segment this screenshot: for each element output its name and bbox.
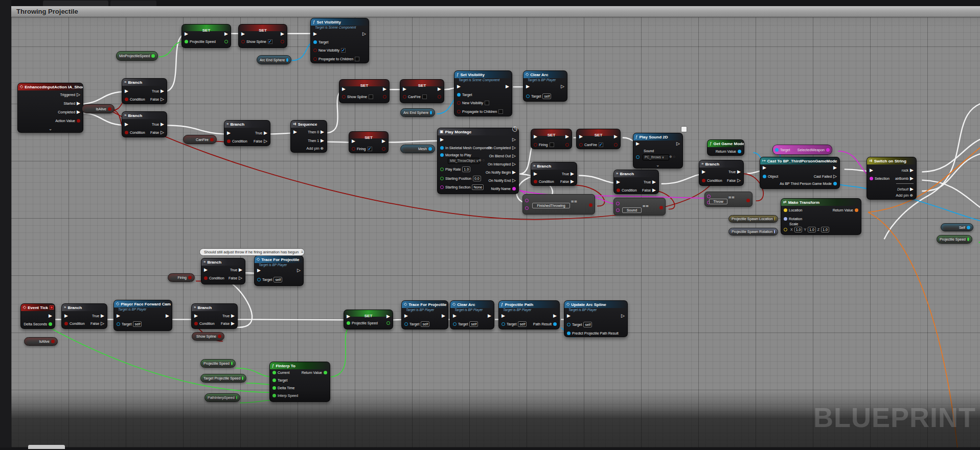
value-field[interactable]: self xyxy=(583,322,592,327)
path-interp-speed-output-pin[interactable] xyxy=(236,396,237,399)
branch-7[interactable]: »Branch▶Condition▶True▷False xyxy=(201,258,245,285)
checkbox-unchecked[interactable] xyxy=(550,143,554,147)
exec-pin[interactable]: ▶ xyxy=(571,179,574,183)
editor-tab[interactable] xyxy=(110,1,156,6)
cast-to-bp-thirdpersongamemode[interactable]: ↦Cast To BP_ThirdPersonGameMode▶Object▶▷… xyxy=(760,157,840,189)
branch-4[interactable]: »Branch▶Condition▶True▶False xyxy=(531,162,577,186)
set-visibility-1[interactable]: ƒSet VisibilityTarget is Scene Component… xyxy=(310,18,369,63)
branch-9[interactable]: »Branch▶Condition▶True▶False xyxy=(191,303,238,329)
value-field[interactable]: self xyxy=(274,277,282,282)
play-montage[interactable]: ▣Play Montage◷▶In Skeletal Mesh Componen… xyxy=(437,128,519,194)
bool-pin[interactable] xyxy=(383,95,386,99)
float-pin[interactable] xyxy=(272,371,276,374)
object-pin[interactable] xyxy=(404,322,408,326)
exec-pin[interactable]: ▷ xyxy=(561,84,564,88)
bool-pin[interactable] xyxy=(352,147,355,151)
asset-picker-icons[interactable]: ⊕ ◌ xyxy=(669,155,675,159)
exec-pin[interactable]: ▶ xyxy=(231,313,235,318)
exec-pin[interactable]: ▶ xyxy=(553,313,557,318)
projectile-speed-2-output-pin[interactable] xyxy=(967,238,969,241)
exec-pin[interactable]: ▶ xyxy=(383,86,386,91)
exec-pin[interactable]: ▶ xyxy=(161,88,164,93)
exec-pin[interactable]: ▶ xyxy=(403,86,406,91)
object-pin[interactable] xyxy=(440,153,444,157)
player-face-forward-cam[interactable]: ◇Player Face Forward CamTarget is BP Pla… xyxy=(113,300,172,331)
make-transform[interactable]: ⇄Make TransformLocationRotationReturn Va… xyxy=(781,198,861,235)
exec-pin[interactable]: ▶ xyxy=(571,171,574,176)
set-visibility-2[interactable]: ƒSet VisibilityTarget is Scene Component… xyxy=(454,70,512,116)
exec-pin[interactable]: ▶ xyxy=(313,31,317,36)
exec-pin[interactable]: ▷ xyxy=(512,153,516,158)
string-pin[interactable] xyxy=(870,177,873,180)
exec-pin[interactable]: ▶ xyxy=(438,86,441,91)
variable-pill-show-spline[interactable]: Show Spline xyxy=(192,332,224,341)
object-pin[interactable] xyxy=(453,322,457,326)
exec-pin[interactable]: ▷ xyxy=(297,268,301,272)
bool-pin[interactable] xyxy=(313,49,317,52)
comment-grip-icon[interactable]: ≡ xyxy=(301,250,304,254)
variable-pill-path-interp-speed[interactable]: PathInterpSpeed xyxy=(204,393,240,402)
exec-pin[interactable]: ▶ xyxy=(224,31,228,36)
exec-pin[interactable]: ▶ xyxy=(502,313,505,318)
exec-pin[interactable]: ▶ xyxy=(342,86,346,91)
string-pin[interactable] xyxy=(616,208,620,212)
exec-pin[interactable]: ▶ xyxy=(512,170,516,174)
exec-pin[interactable]: ▶ xyxy=(64,313,68,318)
string-pin[interactable] xyxy=(525,199,529,202)
bool-pin[interactable] xyxy=(702,179,705,182)
checkbox-unchecked[interactable] xyxy=(498,109,503,114)
set-show-spline-2[interactable]: SET▶Show Spline▶ xyxy=(339,79,390,103)
variable-pill-target-projectile-speed[interactable]: Target Projectile Speed xyxy=(200,374,246,383)
bool-pin[interactable] xyxy=(457,101,461,105)
variable-pill-isalive[interactable]: IsAlive xyxy=(82,104,115,113)
exec-pin[interactable]: ▶ xyxy=(506,84,509,88)
bool-pin[interactable] xyxy=(241,40,245,43)
exec-pin[interactable]: ▶ xyxy=(239,267,242,272)
scale-z-field[interactable]: 1.0 xyxy=(821,227,829,232)
exec-pin[interactable]: ▶ xyxy=(763,165,766,170)
exec-pin[interactable]: ▶ xyxy=(227,130,231,135)
target-projectile-speed-output-pin[interactable] xyxy=(242,376,243,380)
exec-pin[interactable]: ▶ xyxy=(241,31,245,36)
exec-pin[interactable]: ▷ xyxy=(833,174,837,178)
checkbox-checked[interactable]: ✓ xyxy=(268,39,272,44)
exec-pin[interactable]: ▶ xyxy=(49,313,52,318)
exec-pin[interactable]: ▶ xyxy=(453,313,457,318)
exec-pin[interactable]: ▶ xyxy=(737,169,741,174)
get-game-mode[interactable]: ƒGet Game ModeReturn Value xyxy=(707,139,744,156)
checkbox-checked[interactable]: ✓ xyxy=(368,147,372,151)
set-canfire-3[interactable]: SET▶CanFire✓▶ xyxy=(576,129,621,149)
arc-end-sphere-2-output-pin[interactable] xyxy=(430,111,432,114)
exec-pin[interactable]: ▶ xyxy=(526,84,530,88)
string-pin[interactable] xyxy=(440,185,444,189)
exec-pin[interactable]: ▶ xyxy=(534,134,537,138)
bool-pin[interactable] xyxy=(403,95,406,99)
bool-pin[interactable] xyxy=(313,57,317,61)
checkbox-unchecked[interactable] xyxy=(369,94,373,99)
exec-pin[interactable]: ▶ xyxy=(404,313,408,318)
bool-pin[interactable] xyxy=(614,143,618,147)
target-pin[interactable] xyxy=(775,148,779,152)
vector-pin[interactable] xyxy=(784,208,787,212)
exec-pin[interactable]: ▶ xyxy=(702,169,705,174)
variable-pill-projectile-speed-2[interactable]: Projectile Speed xyxy=(937,235,972,244)
bool-pin[interactable] xyxy=(77,119,80,123)
exec-pin[interactable]: ▶ xyxy=(614,134,618,138)
play-sound-2d[interactable]: ƒPlay Sound 2D▶▷SoundPC_throws ∨⊕ ◌⌄ xyxy=(633,133,683,169)
bool-pin[interactable] xyxy=(438,95,441,99)
expand-chevron-icon[interactable]: ⌄ xyxy=(656,162,660,168)
value-field[interactable]: self xyxy=(133,321,142,327)
equal-sound[interactable]: Sound== xyxy=(613,198,666,216)
exec-pin[interactable]: ▶ xyxy=(117,313,120,318)
object-pin[interactable] xyxy=(763,175,766,178)
exec-pin[interactable]: ▷ xyxy=(737,178,741,182)
exec-pin[interactable]: ▶ xyxy=(257,268,261,272)
finterp-to[interactable]: ƒFInterp ToCurrentTargetDelta TimeInterp… xyxy=(269,362,330,402)
blueprint-graph-canvas[interactable]: ◇EnhancedInputAction IA_Shoot▷Triggered▶… xyxy=(11,6,980,447)
exec-pin[interactable]: ▶ xyxy=(833,165,837,170)
update-arc-spline[interactable]: ◇Update Arc SplineTarget is BP Player▶Ta… xyxy=(564,300,628,337)
enhanced-input-action-ia-shoot[interactable]: ◇EnhancedInputAction IA_Shoot▷Triggered▶… xyxy=(17,83,83,133)
exec-pin[interactable]: ▷ xyxy=(362,31,366,36)
float-pin[interactable] xyxy=(440,168,444,171)
exec-pin[interactable]: ▶ xyxy=(161,122,164,126)
